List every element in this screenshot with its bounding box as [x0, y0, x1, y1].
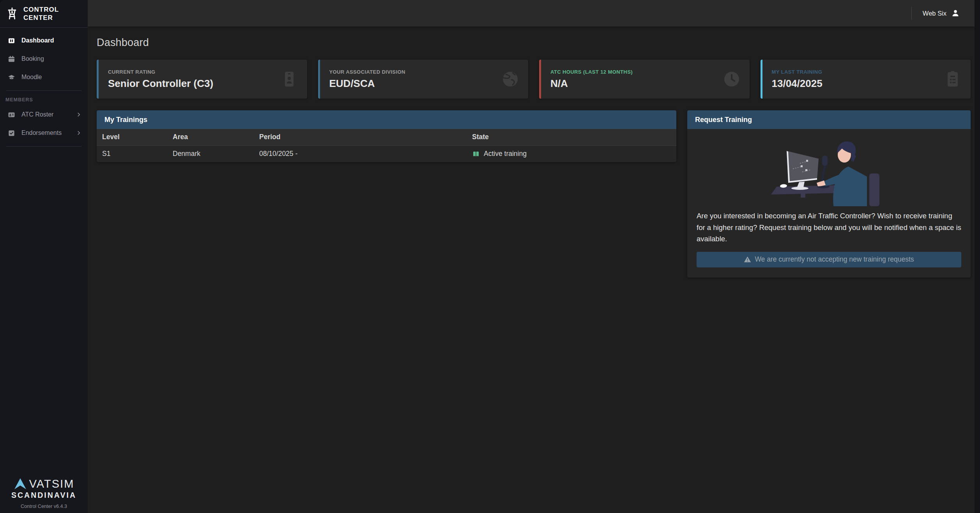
- id-badge-icon: [280, 70, 299, 88]
- sidebar-item-booking[interactable]: Booking: [0, 50, 88, 68]
- request-training-description: Are you interested in becoming an Air Tr…: [697, 210, 961, 245]
- stat-card-value: 13/04/2025: [772, 78, 936, 90]
- user-name: Web Six: [923, 10, 946, 17]
- chevron-right-icon: [76, 130, 81, 136]
- sidebar-item-label: Moodle: [21, 74, 42, 81]
- warning-triangle-icon: [744, 256, 751, 263]
- stat-card-value: N/A: [550, 78, 715, 90]
- stat-card-value: Senior Controller (C3): [108, 78, 272, 90]
- content-area: Dashboard CURRENT RATING Senior Controll…: [88, 27, 980, 513]
- sidebar-nav: Dashboard Booking: [0, 28, 88, 90]
- column-header-area: Area: [167, 129, 254, 145]
- sidebar: CONTROL CENTER Dashboard: [0, 0, 88, 513]
- sidebar-footer: VATSIM SCANDINAVIA Control Center v6.4.3: [0, 478, 88, 509]
- column-header-period: Period: [254, 129, 467, 145]
- my-trainings-panel: My Trainings Level Area Period State: [97, 110, 676, 162]
- brand-home-link[interactable]: CONTROL CENTER: [0, 0, 88, 27]
- sidebar-members-nav: ATC Roster Endorsements: [0, 105, 88, 146]
- user-menu-button[interactable]: Web Six: [923, 9, 960, 18]
- sidebar-section-members: MEMBERS: [0, 91, 88, 105]
- sidebar-divider: [6, 146, 81, 147]
- sidebar-item-dashboard[interactable]: Dashboard: [0, 32, 88, 50]
- clipboard-list-icon: [943, 70, 962, 88]
- sidebar-item-label: ATC Roster: [21, 111, 53, 118]
- sidebar-item-label: Dashboard: [21, 37, 54, 44]
- brand-title: CONTROL CENTER: [23, 5, 59, 22]
- app-root: CONTROL CENTER Dashboard: [0, 0, 980, 513]
- column-header-state: State: [467, 129, 676, 145]
- graduation-cap-icon: [8, 74, 15, 81]
- sidebar-item-label: Booking: [21, 55, 44, 62]
- training-requests-notice: We are currently not accepting new train…: [697, 252, 961, 267]
- calendar-icon: [8, 55, 15, 63]
- training-row[interactable]: S1 Denmark 08/10/2025 -: [97, 145, 676, 162]
- scandinavia-logo-text: SCANDINAVIA: [0, 491, 88, 500]
- clock-icon: [722, 70, 741, 88]
- stat-card-label: ATC HOURS (LAST 12 MONTHS): [550, 69, 715, 75]
- topbar: Web Six: [88, 0, 980, 27]
- book-icon: [472, 150, 480, 158]
- vatsim-logo-text: VATSIM: [29, 478, 74, 490]
- page-title: Dashboard: [97, 37, 971, 49]
- request-training-panel: Request Training: [687, 110, 971, 278]
- my-trainings-header: My Trainings: [97, 110, 676, 129]
- atc-illustration: [697, 139, 961, 206]
- column-header-level: Level: [97, 129, 167, 145]
- topbar-divider: [911, 7, 912, 20]
- chevron-right-icon: [76, 112, 81, 117]
- stat-card-label: YOUR ASSOCIATED DIVISION: [329, 69, 494, 75]
- sidebar-item-atc-roster[interactable]: ATC Roster: [0, 106, 88, 124]
- trainings-table: Level Area Period State S1 Denmark 08/10…: [97, 129, 676, 162]
- user-icon: [951, 9, 960, 18]
- sidebar-item-label: Endorsements: [21, 129, 62, 136]
- vatsim-arrow-icon: [14, 478, 27, 490]
- panels-row: My Trainings Level Area Period State: [97, 110, 971, 278]
- main-column: Web Six Dashboard CURRENT RATING Senior …: [88, 0, 980, 513]
- scrollbar-track[interactable]: [975, 0, 980, 513]
- control-tower-icon: [5, 7, 19, 20]
- sidebar-item-endorsements[interactable]: Endorsements: [0, 124, 88, 142]
- id-card-icon: [8, 111, 15, 119]
- check-square-icon: [8, 129, 15, 137]
- request-training-header: Request Training: [687, 110, 971, 129]
- stat-cards-row: CURRENT RATING Senior Controller (C3) YO…: [97, 60, 971, 99]
- app-version: Control Center v6.4.3: [0, 504, 88, 509]
- stat-card-label: CURRENT RATING: [108, 69, 272, 75]
- stat-card-division: YOUR ASSOCIATED DIVISION EUD/SCA: [318, 60, 529, 99]
- training-level-link[interactable]: S1: [97, 145, 167, 162]
- request-training-body: Are you interested in becoming an Air Tr…: [687, 129, 971, 278]
- notice-label: We are currently not accepting new train…: [755, 255, 914, 264]
- stat-card-label: MY LAST TRAINING: [772, 69, 936, 75]
- training-area: Denmark: [167, 145, 254, 162]
- training-state: Active training: [472, 146, 676, 162]
- globe-icon: [501, 70, 520, 88]
- sidebar-item-moodle[interactable]: Moodle: [0, 68, 88, 87]
- dashboard-icon: [8, 37, 15, 44]
- stat-card-last-training: MY LAST TRAINING 13/04/2025: [761, 60, 971, 99]
- stat-card-current-rating: CURRENT RATING Senior Controller (C3): [97, 60, 307, 99]
- stat-card-value: EUD/SCA: [329, 78, 494, 90]
- stat-card-atc-hours: ATC HOURS (LAST 12 MONTHS) N/A: [539, 60, 750, 99]
- training-state-label: Active training: [484, 150, 527, 158]
- trainings-table-header-row: Level Area Period State: [97, 129, 676, 145]
- training-period: 08/10/2025 -: [254, 145, 467, 162]
